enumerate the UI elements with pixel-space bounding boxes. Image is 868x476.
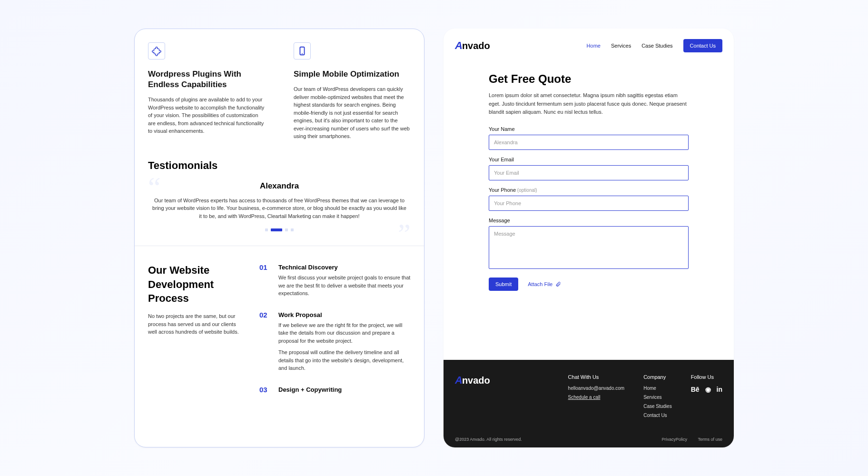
message-label: Message (489, 218, 689, 223)
footer-logo-col: Anvado (455, 374, 549, 422)
step-text: If we believe we are the right fit for t… (278, 321, 411, 345)
main-nav: Home Services Case Studies Contact Us (587, 39, 722, 52)
puzzle-icon (148, 42, 165, 60)
nav-services[interactable]: Services (611, 43, 631, 49)
process-sub: No two projects are the same, but our pr… (148, 312, 243, 336)
left-panel: Wordpress Plugins With Endless Capabilit… (134, 29, 424, 447)
process-heading: Our Website Development Process (148, 263, 243, 306)
name-input[interactable] (489, 135, 689, 150)
footer-company-heading: Company (643, 374, 671, 380)
feature-body: Our team of WordPress developers can qui… (294, 85, 411, 140)
step-title: Work Proposal (278, 311, 411, 318)
submit-button[interactable]: Submit (489, 278, 518, 291)
quote-intro: Lorem ipsum dolor sit amet consectetur. … (489, 91, 689, 117)
message-input[interactable] (489, 226, 689, 269)
footer-email-link[interactable]: helloanvado@anvado.com (568, 386, 625, 391)
phone-input[interactable] (489, 196, 689, 211)
step-number: 01 (259, 263, 272, 301)
footer-follow-heading: Follow Us (691, 374, 722, 380)
nav-cases[interactable]: Case Studies (641, 43, 672, 49)
carousel-dot[interactable] (265, 228, 268, 231)
footer-chat-heading: Chat With Us (568, 374, 625, 380)
features-row: Wordpress Plugins With Endless Capabilit… (135, 29, 424, 140)
testimonials-heading: Testiomonials (148, 159, 411, 172)
header: Anvado Home Services Case Studies Contac… (444, 29, 734, 63)
process-step-2: 02 Work Proposal If we believe we are th… (259, 311, 411, 376)
carousel-dot[interactable] (285, 228, 288, 231)
quote-heading: Get Free Quote (489, 72, 689, 86)
behance-icon[interactable]: Bē (691, 386, 700, 393)
email-input[interactable] (489, 165, 689, 180)
footer-bottom: @2023 Anvado. All rights reserved. Priva… (455, 426, 722, 447)
footer-call-link[interactable]: Schedule a call (568, 395, 625, 400)
step-number: 03 (259, 386, 272, 396)
message-field-wrap: Message (489, 218, 689, 271)
feature-body: Thousands of plugins are available to ad… (148, 96, 265, 135)
form-actions: Submit Attach File (489, 278, 689, 291)
step-title: Technical Discovery (278, 264, 411, 271)
quote-open-icon: “ (148, 173, 161, 201)
footer-link-contact[interactable]: Contact Us (643, 413, 671, 418)
step-text: We first discuss your website project go… (278, 274, 411, 298)
process-section: Our Website Development Process No two p… (135, 246, 424, 409)
process-step-1: 01 Technical Discovery We first discuss … (259, 263, 411, 301)
testimonials-section: Testiomonials “ Alexandra Our team of Wo… (135, 140, 424, 246)
terms-link[interactable]: Terms of use (698, 437, 722, 442)
privacy-link[interactable]: PrivacyPolicy (661, 437, 687, 442)
quote-form-section: Get Free Quote Lorem ipsum dolor sit ame… (444, 63, 734, 360)
quote-close-icon: “ (398, 208, 411, 237)
email-field-wrap: Your Email (489, 157, 689, 180)
testimonial-author: Alexandra (148, 181, 411, 191)
dribbble-icon[interactable]: ◉ (705, 386, 711, 393)
logo[interactable]: Anvado (455, 40, 490, 52)
footer-chat-col: Chat With Us helloanvado@anvado.com Sche… (568, 374, 625, 422)
footer-follow-col: Follow Us Bē ◉ in (691, 374, 722, 422)
copyright: @2023 Anvado. All rights reserved. (455, 437, 522, 442)
step-text: The proposal will outline the delivery t… (278, 348, 411, 372)
step-number: 02 (259, 311, 272, 376)
contact-button[interactable]: Contact Us (683, 39, 722, 52)
feature-title: Wordpress Plugins With Endless Capabilit… (148, 69, 265, 90)
right-panel: Anvado Home Services Case Studies Contac… (444, 29, 734, 447)
phone-label: Your Phone (optional) (489, 187, 689, 193)
process-step-3: 03 Design + Copywriting (259, 386, 411, 396)
step-title: Design + Copywriting (278, 386, 342, 393)
process-steps: 01 Technical Discovery We first discuss … (259, 263, 411, 396)
email-label: Your Email (489, 157, 689, 162)
carousel-dot-active[interactable] (271, 228, 282, 231)
process-intro: Our Website Development Process No two p… (148, 263, 243, 396)
footer-company-col: Company Home Services Case Studies Conta… (643, 374, 671, 422)
paperclip-icon (555, 281, 561, 287)
carousel-dot[interactable] (291, 228, 294, 231)
nav-home[interactable]: Home (587, 43, 601, 49)
carousel-dots (148, 228, 411, 231)
mobile-icon (294, 42, 311, 60)
testimonial-text: Our team of WordPress experts has access… (151, 197, 408, 220)
feature-mobile: Simple Mobile Optimization Our team of W… (294, 42, 411, 140)
feature-plugins: Wordpress Plugins With Endless Capabilit… (148, 42, 265, 140)
attach-file-link[interactable]: Attach File (528, 281, 561, 287)
footer-link-services[interactable]: Services (643, 395, 671, 400)
phone-field-wrap: Your Phone (optional) (489, 187, 689, 211)
footer-link-cases[interactable]: Case Studies (643, 404, 671, 409)
svg-point-1 (302, 53, 303, 54)
footer-link-home[interactable]: Home (643, 386, 671, 391)
linkedin-icon[interactable]: in (717, 386, 722, 393)
footer: Anvado Chat With Us helloanvado@anvado.c… (444, 360, 734, 447)
name-field-wrap: Your Name (489, 126, 689, 150)
footer-logo[interactable]: Anvado (455, 374, 549, 387)
name-label: Your Name (489, 126, 689, 132)
feature-title: Simple Mobile Optimization (294, 69, 411, 79)
